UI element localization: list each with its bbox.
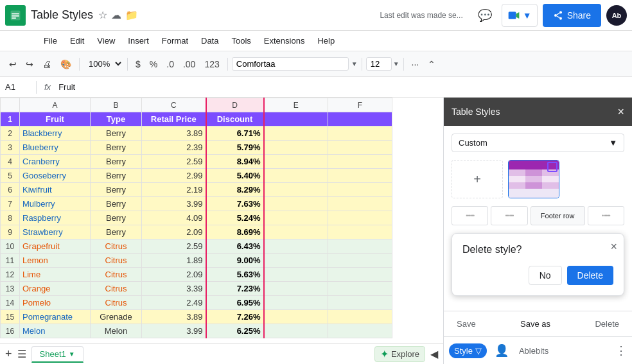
cell-b1[interactable]: Type bbox=[91, 112, 142, 126]
decimal-dec-button[interactable]: .0 bbox=[162, 56, 178, 72]
zoom-select[interactable]: 100% bbox=[83, 57, 123, 71]
delete-dialog-buttons: No Delete bbox=[462, 266, 613, 285]
style-dropdown[interactable]: Custom ▼ bbox=[452, 134, 624, 152]
delete-dialog-close-button[interactable]: × bbox=[610, 240, 617, 254]
font-size-input[interactable] bbox=[366, 57, 392, 71]
cell-f1[interactable] bbox=[328, 112, 392, 126]
sheet1-tab[interactable]: Sheet1 ▼ bbox=[31, 346, 83, 363]
panel-title: Table Styles bbox=[452, 107, 500, 117]
cell-e1[interactable] bbox=[264, 112, 328, 126]
delete-confirm-button[interactable]: Delete bbox=[567, 266, 613, 285]
cell-reference[interactable]: A1 bbox=[5, 82, 31, 92]
table-row: 16 Melon Melon 3.99 6.25% bbox=[1, 324, 392, 338]
menu-format[interactable]: Format bbox=[157, 33, 193, 48]
menu-tools[interactable]: Tools bbox=[226, 33, 256, 48]
footer-row-selector: •••••• •••••• Footer row •••••• bbox=[452, 206, 624, 225]
sheet-scroll[interactable]: A B C D E F 1 Fruit Type R bbox=[0, 98, 443, 343]
more-button[interactable]: ··· bbox=[408, 56, 423, 72]
col-header-c[interactable]: C bbox=[142, 98, 206, 112]
menu-view[interactable]: View bbox=[92, 33, 120, 48]
percent-button[interactable]: % bbox=[146, 56, 161, 72]
decimal-inc-button[interactable]: .00 bbox=[179, 56, 199, 72]
menu-help[interactable]: Help bbox=[312, 33, 340, 48]
footer-opt-4[interactable]: •••••• bbox=[588, 206, 624, 225]
col-header-a[interactable]: A bbox=[20, 98, 91, 112]
col-header-d[interactable]: D bbox=[206, 98, 264, 112]
cell-c1[interactable]: Retail Price bbox=[142, 112, 206, 126]
share-label: Share bbox=[567, 10, 591, 21]
save-as-button[interactable]: Save as bbox=[515, 316, 556, 331]
col-header-e[interactable]: E bbox=[264, 98, 328, 112]
sheet-tab-label: Sheet1 bbox=[40, 349, 66, 359]
style-preview-thumb[interactable] bbox=[508, 160, 559, 198]
svg-line-9 bbox=[556, 16, 559, 18]
document-title: Table Styles bbox=[31, 8, 93, 22]
footer-opt-2[interactable]: •••••• bbox=[491, 206, 527, 225]
star-icon[interactable]: ☆ bbox=[98, 9, 107, 21]
corner-cell bbox=[1, 98, 20, 112]
table-row: 7 Mulberry Berry 3.99 7.63% bbox=[1, 197, 392, 211]
cell-a1[interactable]: Fruit bbox=[20, 112, 91, 126]
separator-4 bbox=[362, 58, 362, 71]
cloud-icon[interactable]: ☁ bbox=[111, 9, 121, 21]
menu-extensions[interactable]: Extensions bbox=[259, 33, 310, 48]
svg-point-8 bbox=[559, 17, 562, 19]
add-sheet-button[interactable]: + bbox=[5, 347, 12, 361]
column-headers: A B C D E F bbox=[1, 98, 392, 112]
currency-button[interactable]: $ bbox=[132, 56, 145, 72]
panel-menu-button[interactable]: ⋮ bbox=[615, 343, 627, 358]
table-row: 4 Cranberry Berry 2.59 8.94% bbox=[1, 155, 392, 169]
footer-row-button[interactable]: Footer row bbox=[531, 206, 585, 225]
menu-file[interactable]: File bbox=[39, 33, 62, 48]
ablebits-label: Ablebits bbox=[519, 346, 549, 356]
svg-rect-2 bbox=[12, 15, 19, 17]
dropdown-chevron-icon: ▼ bbox=[609, 138, 617, 148]
paint-format-button[interactable]: 🎨 bbox=[57, 56, 75, 72]
font-selector[interactable] bbox=[232, 57, 349, 71]
col-header-b[interactable]: B bbox=[91, 98, 142, 112]
style-tab-button[interactable]: Style ▽ bbox=[449, 343, 487, 358]
user-avatar[interactable]: Ab bbox=[606, 5, 627, 26]
formula-input[interactable] bbox=[58, 82, 627, 92]
new-style-button[interactable]: + bbox=[452, 160, 503, 198]
filter-icon: ▽ bbox=[475, 346, 482, 356]
panel-close-button[interactable]: × bbox=[617, 105, 624, 119]
sheet-tab-dropdown[interactable]: ▼ bbox=[69, 351, 75, 358]
separator-3 bbox=[227, 58, 228, 71]
undo-button[interactable]: ↩ bbox=[5, 56, 21, 72]
font-dropdown-icon[interactable]: ▼ bbox=[351, 60, 358, 67]
collapse-toolbar-button[interactable]: ⌃ bbox=[424, 56, 439, 72]
print-button[interactable]: 🖨 bbox=[39, 56, 55, 72]
footer-row-label: Footer row bbox=[541, 212, 575, 220]
title-icons: ☆ ☁ 📁 bbox=[98, 9, 138, 21]
meet-button[interactable]: ▼ bbox=[502, 4, 538, 27]
toolbar: ↩ ↪ 🖨 🎨 100% $ % .0 .00 123 ▼ ▼ ··· ⌃ bbox=[0, 51, 632, 77]
col-header-f[interactable]: F bbox=[328, 98, 392, 112]
redo-button[interactable]: ↪ bbox=[22, 56, 37, 72]
explore-button[interactable]: ✦ Explore bbox=[374, 346, 425, 362]
menu-data[interactable]: Data bbox=[196, 33, 224, 48]
table-row: 6 Kiwifruit Berry 2.19 8.29% bbox=[1, 183, 392, 197]
sheet-list-button[interactable]: ☰ bbox=[17, 348, 26, 360]
share-button[interactable]: Share bbox=[543, 4, 601, 27]
menu-edit[interactable]: Edit bbox=[65, 33, 89, 48]
explore-icon: ✦ bbox=[380, 348, 389, 360]
cell-d1[interactable]: Discount bbox=[206, 112, 264, 126]
comments-button[interactable]: 💬 bbox=[473, 4, 496, 27]
delete-button[interactable]: Delete bbox=[590, 316, 624, 331]
table-row: 8 Raspberry Berry 4.09 5.24% bbox=[1, 211, 392, 225]
ablebits-icon-button[interactable]: 👤 bbox=[492, 341, 511, 360]
delete-no-button[interactable]: No bbox=[529, 266, 562, 285]
font-size-dropdown-icon[interactable]: ▼ bbox=[393, 60, 399, 67]
separator-2 bbox=[127, 58, 128, 71]
save-button[interactable]: Save bbox=[452, 316, 481, 331]
menu-insert[interactable]: Insert bbox=[123, 33, 154, 48]
delete-dialog: Delete style? × No Delete bbox=[452, 233, 624, 296]
collapse-panel-button[interactable]: ◀ bbox=[430, 348, 438, 360]
format-num-button[interactable]: 123 bbox=[200, 56, 223, 72]
table-row: 14 Pomelo Citrus 2.49 6.95% bbox=[1, 296, 392, 310]
folder-icon[interactable]: 📁 bbox=[125, 9, 138, 21]
dropdown-value: Custom bbox=[459, 138, 487, 148]
svg-point-7 bbox=[554, 14, 557, 17]
footer-opt-1[interactable]: •••••• bbox=[452, 206, 488, 225]
